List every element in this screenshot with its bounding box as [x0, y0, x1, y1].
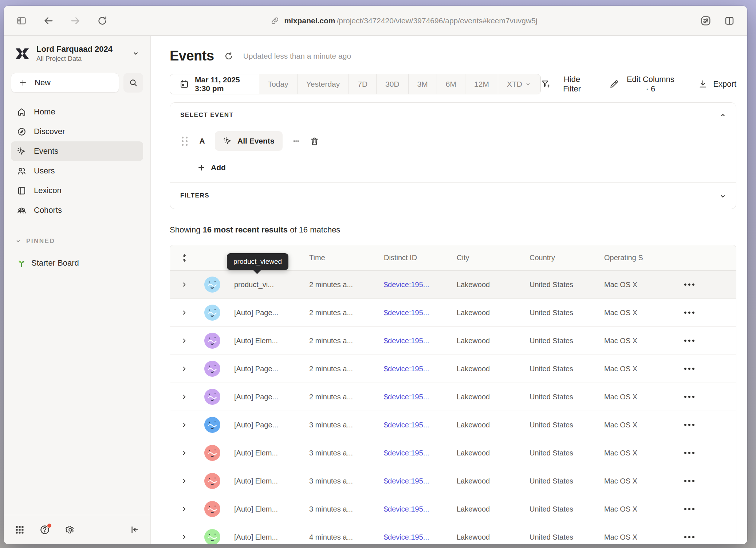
custom-range-dropdown[interactable]: XTD [498, 74, 540, 94]
table-row[interactable]: product_vi... 2 minutes a... $device:195… [170, 271, 736, 299]
preset-30d[interactable]: 30D [377, 74, 409, 94]
row-menu-button[interactable] [674, 480, 736, 482]
project-name: Lord Farquaad 2024 [36, 44, 126, 54]
expand-row-button[interactable] [180, 337, 188, 345]
distinct-id-link[interactable]: $device:195... [377, 365, 450, 373]
distinct-id-link[interactable]: $device:195... [377, 505, 450, 513]
select-event-section: SELECT EVENT A All Events [170, 103, 736, 182]
row-menu-button[interactable] [674, 340, 736, 342]
table-row[interactable]: [Auto] Page... 2 minutes a... $device:19… [170, 355, 736, 383]
column-header-time[interactable]: Time [303, 254, 377, 262]
distinct-id-link[interactable]: $device:195... [377, 337, 450, 345]
collapse-vertical-icon [180, 253, 189, 263]
row-menu-button[interactable] [674, 424, 736, 426]
edit-columns-button[interactable]: Edit Columns · 6 [609, 75, 677, 94]
link-icon [270, 16, 280, 26]
preset-today[interactable]: Today [259, 74, 298, 94]
column-header-os[interactable]: Operating S [598, 254, 674, 262]
preset-12m[interactable]: 12M [465, 74, 498, 94]
address-bar[interactable]: mixpanel.com/project/3472420/view/397469… [108, 16, 700, 26]
distinct-id-link[interactable]: $device:195... [377, 477, 450, 485]
row-menu-button[interactable] [674, 312, 736, 314]
time-cell: 2 minutes a... [303, 281, 377, 289]
reload-button[interactable] [97, 15, 108, 26]
table-row[interactable]: [Auto] Page... 2 minutes a... $device:19… [170, 299, 736, 327]
search-button[interactable] [123, 73, 143, 93]
table-row[interactable]: [Auto] Page... 3 minutes a... $device:19… [170, 411, 736, 439]
column-header-distinct-id[interactable]: Distinct ID [377, 254, 450, 262]
date-picker-button[interactable]: Mar 11, 2025 3:30 pm [170, 74, 259, 94]
distinct-id-link[interactable]: $device:195... [377, 309, 450, 317]
add-event-button[interactable]: Add [197, 163, 226, 172]
expand-row-button[interactable] [180, 421, 188, 429]
row-menu-button[interactable] [674, 283, 736, 286]
expand-row-button[interactable] [180, 477, 188, 485]
export-button[interactable]: Export [698, 79, 736, 89]
city-cell: Lakewood [450, 337, 523, 345]
project-switcher[interactable]: Lord Farquaad 2024 All Project Data [11, 44, 143, 63]
sidebar-item-users[interactable]: Users [11, 161, 143, 181]
column-header-country[interactable]: Country [523, 254, 598, 262]
apps-grid-button[interactable] [15, 525, 25, 535]
expand-row-button[interactable] [180, 365, 188, 373]
settings-button[interactable] [65, 524, 76, 535]
sidebar-item-lexicon[interactable]: Lexicon [11, 181, 143, 200]
distinct-id-link[interactable]: $device:195... [377, 533, 450, 541]
expand-row-button[interactable] [180, 449, 188, 457]
expand-row-button[interactable] [180, 533, 188, 541]
apps-grid-icon [15, 525, 25, 535]
table-row[interactable]: [Auto] Page... 2 minutes a... $device:19… [170, 383, 736, 411]
sidebar-item-home[interactable]: Home [11, 102, 143, 122]
collapse-section-button[interactable] [718, 111, 727, 120]
new-button[interactable]: New [11, 73, 119, 93]
sidebar-item-starter-board[interactable]: Starter Board [11, 254, 143, 272]
hide-filter-button[interactable]: Hide Filter [541, 75, 588, 94]
column-header-city[interactable]: City [450, 254, 523, 262]
preset-6m[interactable]: 6M [437, 74, 465, 94]
preset-7d[interactable]: 7D [349, 74, 377, 94]
expand-row-button[interactable] [180, 309, 188, 317]
expand-row-button[interactable] [180, 393, 188, 401]
distinct-id-link[interactable]: $device:195... [377, 281, 450, 289]
split-view-button[interactable] [724, 15, 735, 26]
pinned-section-toggle[interactable]: PINNED [11, 235, 143, 248]
page-settings-button[interactable] [700, 15, 712, 27]
city-cell: Lakewood [450, 533, 523, 541]
table-row[interactable]: [Auto] Elem... 4 minutes a... $device:19… [170, 523, 736, 544]
delete-event-button[interactable] [310, 136, 319, 146]
sidebar-item-discover[interactable]: Discover [11, 122, 143, 141]
distinct-id-link[interactable]: $device:195... [377, 421, 450, 429]
row-menu-button[interactable] [674, 536, 736, 538]
sidebar-item-events[interactable]: Events [11, 141, 143, 161]
preset-yesterday[interactable]: Yesterday [298, 74, 349, 94]
expand-row-button[interactable] [180, 505, 188, 513]
collapse-all-rows-button[interactable] [180, 253, 189, 263]
row-menu-button[interactable] [674, 368, 736, 370]
drag-handle[interactable] [180, 135, 189, 147]
event-avatar [204, 417, 220, 433]
distinct-id-link[interactable]: $device:195... [377, 393, 450, 401]
row-menu-button[interactable] [674, 396, 736, 398]
event-selector-chip[interactable]: All Events [215, 131, 283, 151]
help-button[interactable] [39, 524, 50, 535]
table-row[interactable]: [Auto] Elem... 3 minutes a... $device:19… [170, 467, 736, 495]
row-menu-button[interactable] [674, 452, 736, 454]
event-options-button[interactable] [291, 136, 301, 146]
expand-filters-button[interactable] [718, 192, 727, 201]
table-row[interactable]: [Auto] Elem... 3 minutes a... $device:19… [170, 495, 736, 523]
pencil-icon [609, 79, 619, 89]
sidebar-item-cohorts[interactable]: Cohorts [11, 200, 143, 220]
expand-row-button[interactable] [180, 281, 188, 289]
collapse-sidebar-button[interactable] [129, 525, 139, 535]
table-row[interactable]: [Auto] Elem... 3 minutes a... $device:19… [170, 439, 736, 467]
collapse-left-icon [129, 525, 139, 535]
row-menu-button[interactable] [674, 508, 736, 510]
distinct-id-link[interactable]: $device:195... [377, 449, 450, 457]
preset-3m[interactable]: 3M [409, 74, 437, 94]
back-button[interactable] [43, 15, 54, 26]
time-cell: 2 minutes a... [303, 337, 377, 345]
forward-button[interactable] [70, 15, 81, 26]
refresh-button[interactable] [224, 51, 234, 61]
browser-sidebar-toggle-button[interactable] [16, 15, 27, 26]
table-row[interactable]: [Auto] Elem... 2 minutes a... $device:19… [170, 327, 736, 355]
